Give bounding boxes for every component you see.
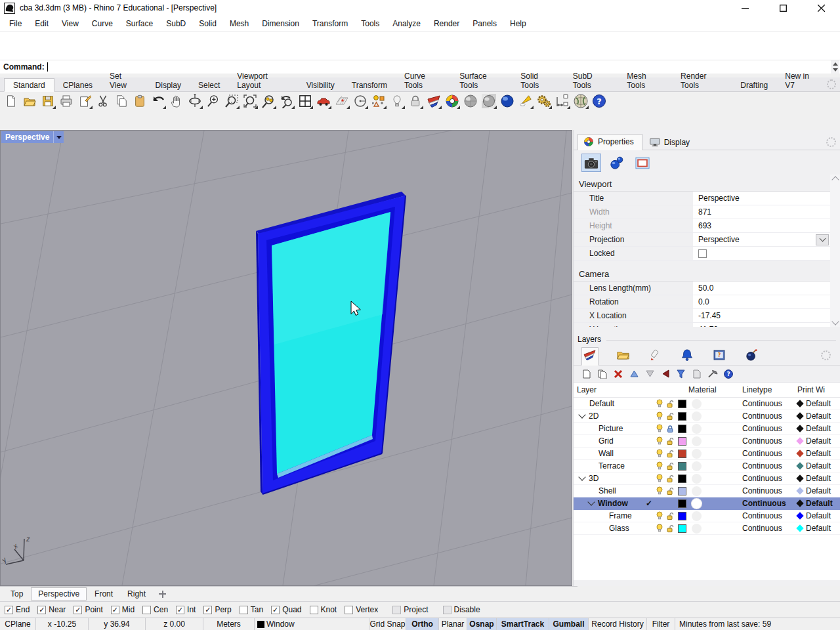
lock-icon[interactable] (408, 93, 423, 109)
save-icon[interactable] (40, 93, 56, 109)
layer-material-icon[interactable] (692, 399, 702, 409)
layer-linetype[interactable]: Continuous (742, 399, 797, 408)
toolbar-tab-subd-tools[interactable]: SubD Tools (564, 70, 619, 91)
layer-unlocked-icon[interactable] (665, 462, 676, 471)
rotation-field[interactable]: 0.0 (693, 295, 830, 308)
layer-material-icon[interactable] (692, 486, 702, 496)
viewport-canvas[interactable]: z x y (1, 131, 572, 585)
menu-subd[interactable]: SubD (159, 17, 192, 30)
layer-linetype[interactable]: Continuous (742, 511, 797, 520)
pan-hand-icon[interactable] (169, 93, 184, 109)
viewport-layout-icon[interactable] (297, 93, 313, 109)
toolbar-tab-curve-tools[interactable]: Curve Tools (396, 70, 451, 91)
checkbox[interactable] (240, 606, 248, 614)
zoom-selected-icon[interactable] (261, 93, 276, 109)
layer-locked-icon[interactable] (665, 425, 676, 433)
checkbox[interactable]: ✓ (203, 606, 212, 614)
help-icon[interactable]: ? (591, 93, 607, 109)
layer-color-swatch[interactable] (678, 499, 686, 508)
menu-solid[interactable]: Solid (192, 17, 223, 30)
layer-unlocked-icon[interactable] (665, 450, 676, 458)
layer-visible-bulb-icon[interactable] (654, 474, 665, 483)
render-sphere-icon[interactable] (499, 93, 515, 109)
tab-display[interactable]: Display (644, 136, 698, 150)
edit-properties-icon[interactable] (77, 93, 93, 109)
menu-surface[interactable]: Surface (119, 17, 159, 30)
layer-row-3d[interactable]: 3D Continuous Default (574, 472, 840, 485)
spotlight-icon[interactable] (518, 93, 534, 109)
status-smarttrack[interactable]: SmartTrack (497, 618, 549, 630)
menu-analyze[interactable]: Analyze (386, 17, 427, 30)
layer-linetype[interactable]: Continuous (742, 411, 797, 421)
render-checkered-sphere-icon[interactable] (481, 93, 497, 109)
viewport-tab-top[interactable]: Top (4, 588, 30, 600)
print-width-value[interactable]: Default (806, 436, 831, 446)
menu-tools[interactable]: Tools (354, 17, 386, 30)
zoom-window-icon[interactable] (224, 93, 240, 109)
layer-visible-bulb-icon[interactable] (654, 524, 665, 533)
layer-material-icon[interactable] (692, 436, 702, 446)
checkbox[interactable]: ✓ (271, 606, 280, 614)
layers-gear-icon[interactable] (821, 350, 831, 360)
toolbar-tab-viewport-layout[interactable]: Viewport Layout (228, 70, 297, 91)
scroll-up-icon[interactable] (831, 176, 839, 183)
viewport-tab-perspective[interactable]: Perspective (31, 587, 87, 600)
scroll-down-icon[interactable] (833, 68, 838, 72)
toolbar-tab-cplanes[interactable]: CPlanes (54, 79, 101, 91)
layer-visible-bulb-icon[interactable] (654, 411, 665, 421)
status-osnap[interactable]: Osnap (467, 618, 497, 630)
status-units[interactable]: Meters (203, 618, 255, 630)
osnap-tan[interactable]: Tan (240, 605, 263, 614)
title-value-field[interactable]: Perspective (693, 192, 830, 205)
column-header-layer[interactable]: Layer (574, 385, 688, 394)
maximize-button[interactable] (764, 0, 802, 16)
layer-linetype[interactable]: Continuous (742, 449, 797, 458)
status-gumball[interactable]: Gumball (549, 618, 589, 630)
layer-unlocked-icon[interactable] (665, 474, 676, 483)
scroll-down-icon[interactable] (831, 318, 839, 325)
render-preview-sphere-icon[interactable] (463, 93, 478, 109)
layer-color-swatch[interactable] (678, 487, 686, 495)
layer-row-glass[interactable]: Glass Continuous Default (574, 522, 840, 535)
copy-icon[interactable] (114, 93, 129, 109)
layers-tab-icon[interactable] (581, 347, 598, 366)
layer-unlocked-icon[interactable] (665, 512, 676, 520)
perspective-viewport[interactable]: Perspective (0, 130, 572, 586)
zoom-extents-icon[interactable] (242, 93, 258, 109)
layer-row-grid[interactable]: Grid Continuous Default (574, 435, 840, 448)
new-sublayer-icon[interactable] (597, 369, 608, 379)
panel-gear-icon[interactable] (826, 137, 836, 147)
layer-color-swatch[interactable] (678, 512, 686, 520)
layer-material-icon[interactable] (692, 499, 702, 509)
checkbox[interactable]: ✓ (37, 606, 46, 614)
paint-tube-tab-icon[interactable] (647, 348, 663, 362)
layer-color-swatch[interactable] (678, 437, 686, 446)
column-header-print-width[interactable]: Print Wi (797, 385, 840, 394)
menu-edit[interactable]: Edit (28, 17, 55, 30)
toolbar-tab-select[interactable]: Select (190, 79, 228, 91)
print-width-value[interactable]: Default (806, 499, 833, 508)
layer-material-icon[interactable] (692, 524, 702, 534)
viewport-tab-front[interactable]: Front (88, 588, 119, 600)
named-position-car-icon[interactable] (316, 93, 331, 109)
layer-row-picture[interactable]: Picture Continuous Default (574, 423, 840, 435)
layer-row-terrace[interactable]: Terrace Continuous Default (574, 460, 840, 472)
chevron-down-icon[interactable] (578, 411, 585, 418)
layer-visible-bulb-icon[interactable] (654, 424, 665, 433)
menu-transform[interactable]: Transform (306, 17, 354, 30)
checkbox[interactable]: ✓ (111, 606, 119, 614)
layer-color-swatch[interactable] (678, 412, 686, 421)
osnap-quad[interactable]: ✓Quad (271, 605, 301, 614)
layer-unlocked-icon[interactable] (665, 487, 676, 495)
filter-layers-icon[interactable] (676, 369, 686, 379)
viewport-title-label[interactable]: Perspective (1, 131, 64, 143)
circle-icon[interactable] (352, 93, 368, 109)
print-width-value[interactable]: Default (806, 449, 831, 458)
viewport-tab-right[interactable]: Right (121, 588, 152, 600)
new-viewport-tab-icon[interactable] (159, 591, 166, 598)
checkbox-disabled[interactable] (443, 606, 452, 614)
move-layer-down-icon[interactable] (644, 369, 655, 379)
menu-dimension[interactable]: Dimension (255, 17, 306, 30)
menu-curve[interactable]: Curve (85, 17, 119, 30)
cplane-icon[interactable] (334, 93, 350, 109)
